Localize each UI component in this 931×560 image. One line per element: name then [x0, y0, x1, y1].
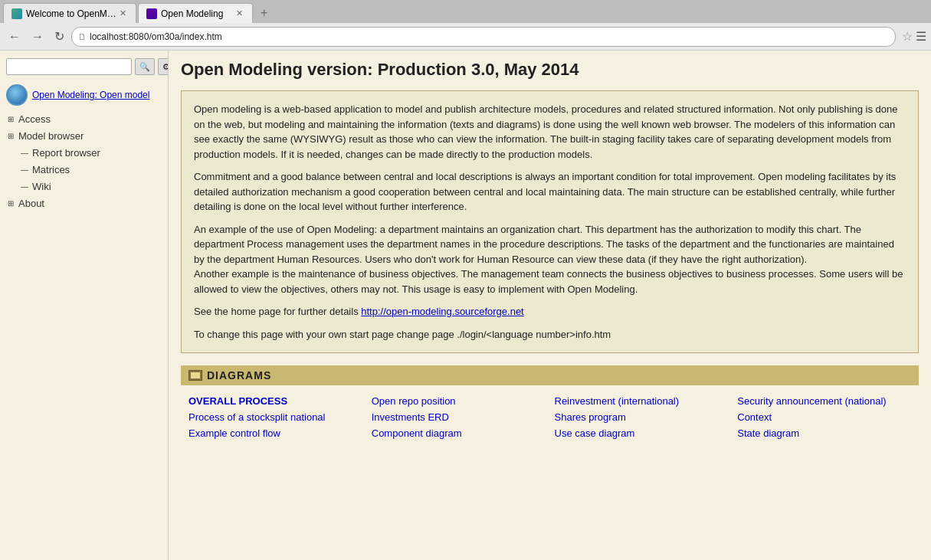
url-text: localhost:8080/om30a/index.htm: [90, 31, 889, 42]
logo-icon: [6, 84, 28, 106]
diagram-security[interactable]: Security announcement (national): [733, 393, 916, 409]
intro-box: Open modeling is a web-based application…: [181, 90, 919, 353]
nav-bar: ← → ↻ 🗋 localhost:8080/om30a/index.htm ☆…: [0, 23, 931, 51]
expand-icon-access: ⊞: [5, 113, 17, 125]
diagrams-section: DIAGRAMS OVERALL PROCESS Process of a st…: [181, 365, 919, 441]
search-options-button[interactable]: ⚙: [158, 58, 169, 75]
sidebar-label-wiki: Wiki: [32, 181, 51, 192]
diagram-reinvestment[interactable]: Reinvestment (international): [550, 393, 733, 409]
logo-link[interactable]: Open Modeling: Open model: [32, 90, 149, 100]
diagrams-grid: OVERALL PROCESS Process of a stocksplit …: [181, 393, 919, 441]
diagram-context[interactable]: Context: [733, 409, 916, 425]
sidebar-label-model-browser: Model browser: [18, 130, 84, 142]
url-page-icon: 🗋: [78, 32, 87, 41]
tab-close-2[interactable]: ✕: [234, 8, 244, 18]
intro-text-4: See the home page for further details: [194, 306, 361, 317]
tab-welcome[interactable]: Welcome to OpenModeli... ✕: [3, 3, 136, 23]
tab-open-modeling[interactable]: Open Modeling ✕: [138, 3, 253, 23]
sidebar-label-matrices: Matrices: [32, 164, 70, 175]
expand-icon-model-browser: ⊞: [5, 129, 17, 142]
diagram-component[interactable]: Component diagram: [367, 425, 550, 441]
expand-icon-about: ⊞: [5, 197, 17, 209]
diagram-open-repo[interactable]: Open repo position: [367, 393, 550, 409]
sidebar-item-report-browser[interactable]: — Report browser: [0, 144, 168, 161]
new-tab-button[interactable]: +: [254, 3, 274, 23]
diagrams-folder-icon: [188, 370, 202, 381]
expand-icon-matrices: —: [18, 163, 31, 175]
tab-label-2: Open Modeling: [161, 8, 223, 19]
diagrams-col-2: Open repo position Investments ERD Compo…: [367, 393, 550, 441]
back-button[interactable]: ←: [5, 28, 25, 45]
search-input[interactable]: [6, 58, 132, 75]
intro-para-5: To change this page with your own start …: [194, 327, 906, 342]
app-container: 🔍 ⚙ Open Modeling: Open model ⊞ Access ⊞…: [0, 51, 931, 560]
sidebar-label-access: Access: [18, 113, 51, 125]
sidebar-item-wiki[interactable]: — Wiki: [0, 178, 168, 195]
tab-close-1[interactable]: ✕: [118, 8, 128, 18]
diagram-investments-erd[interactable]: Investments ERD: [367, 409, 550, 425]
diagrams-header: DIAGRAMS: [181, 365, 919, 385]
tab-bar: Welcome to OpenModeli... ✕ Open Modeling…: [0, 0, 931, 23]
search-area: 🔍 ⚙: [0, 54, 168, 80]
bookmark-button[interactable]: ☆: [902, 29, 913, 44]
intro-para-2: Commitment and a good balance between ce…: [194, 169, 906, 215]
diagrams-col-1: OVERALL PROCESS Process of a stocksplit …: [184, 393, 367, 441]
expand-icon-wiki: —: [18, 180, 31, 192]
diagram-stocksplit[interactable]: Process of a stocksplit national: [184, 409, 367, 425]
refresh-button[interactable]: ↻: [51, 28, 68, 45]
search-button[interactable]: 🔍: [135, 58, 155, 75]
intro-link[interactable]: http://open-modeling.sourceforge.net: [361, 306, 523, 317]
diagrams-col-4: Security announcement (national) Context…: [733, 393, 916, 441]
tab-favicon-2: [146, 8, 157, 19]
diagram-overall-process[interactable]: OVERALL PROCESS: [184, 393, 367, 409]
diagram-state[interactable]: State diagram: [733, 425, 916, 441]
menu-button[interactable]: ☰: [916, 29, 926, 44]
diagram-control-flow[interactable]: Example control flow: [184, 425, 367, 441]
diagrams-col-3: Reinvestment (international) Shares prog…: [550, 393, 733, 441]
browser-window: Welcome to OpenModeli... ✕ Open Modeling…: [0, 0, 931, 51]
sidebar-item-access[interactable]: ⊞ Access: [0, 110, 168, 127]
intro-para-4: See the home page for further details ht…: [194, 304, 906, 319]
sidebar-label-report-browser: Report browser: [32, 147, 100, 159]
url-bar[interactable]: 🗋 localhost:8080/om30a/index.htm: [71, 27, 896, 47]
main-content: Open Modeling version: Production 3.0, M…: [169, 51, 931, 560]
sidebar-item-matrices[interactable]: — Matrices: [0, 161, 168, 178]
sidebar: 🔍 ⚙ Open Modeling: Open model ⊞ Access ⊞…: [0, 51, 169, 560]
forward-button[interactable]: →: [28, 28, 48, 45]
expand-icon-report-browser: —: [18, 146, 31, 159]
intro-para-3: An example of the use of Open Modeling: …: [194, 222, 906, 297]
sidebar-label-about: About: [18, 198, 44, 209]
diagram-shares[interactable]: Shares program: [550, 409, 733, 425]
page-title: Open Modeling version: Production 3.0, M…: [181, 60, 919, 80]
intro-para-1: Open modeling is a web-based application…: [194, 102, 906, 162]
sidebar-item-model-browser[interactable]: ⊞ Model browser: [0, 127, 168, 144]
diagrams-title: DIAGRAMS: [207, 369, 271, 382]
diagram-use-case[interactable]: Use case diagram: [550, 425, 733, 441]
sidebar-logo: Open Modeling: Open model: [0, 80, 168, 110]
tab-favicon-1: [11, 8, 22, 19]
sidebar-item-about[interactable]: ⊞ About: [0, 195, 168, 211]
tab-label-1: Welcome to OpenModeli...: [26, 8, 118, 19]
